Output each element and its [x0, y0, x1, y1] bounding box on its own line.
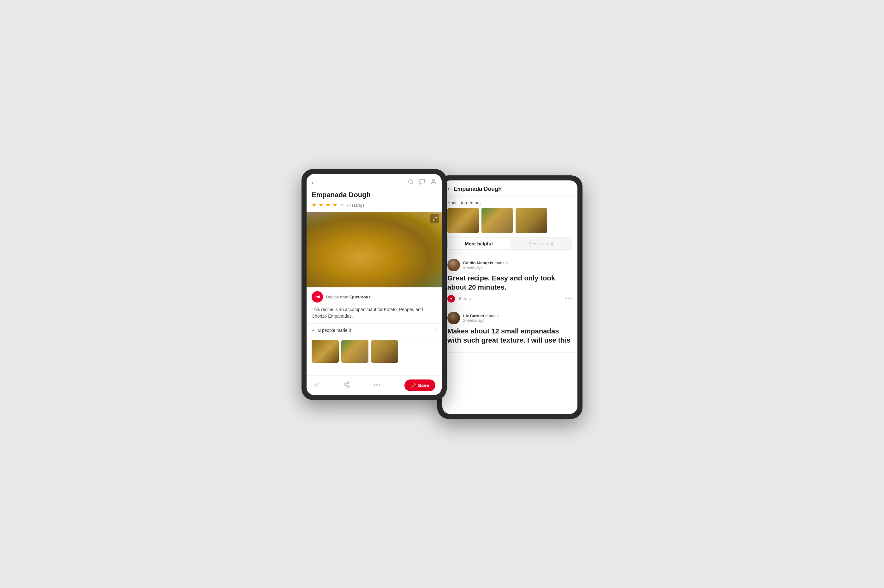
- back-button[interactable]: ‹: [311, 179, 314, 186]
- right-back-button[interactable]: ‹: [447, 185, 450, 193]
- avatar-2: [447, 312, 460, 324]
- chevron-right-icon: ›: [435, 327, 437, 333]
- check-action-icon[interactable]: [313, 381, 320, 390]
- review-time-2: 2 weeks ago: [463, 318, 499, 323]
- left-screen: ‹: [307, 174, 442, 395]
- heart-icon-1[interactable]: ♥: [447, 295, 455, 303]
- phones-container: ‹: [302, 169, 582, 419]
- thumbnail-2[interactable]: [341, 340, 368, 363]
- reviewer-name-2: Liz Caruso made it: [463, 314, 499, 318]
- reviewer-info-1: Caitlin Mangels made it 1 week ago: [463, 261, 508, 270]
- rating-count: 74 ratings: [346, 203, 364, 208]
- made-it-left: ✓ 8 people made it: [311, 327, 351, 333]
- right-nav: ‹ Empanada Dough: [442, 180, 577, 196]
- made-it-number: 8: [318, 328, 321, 333]
- right-thumbnail-1[interactable]: [447, 208, 479, 233]
- star-3: ★: [326, 202, 331, 208]
- source-row: epi Recipe from Epicurious: [307, 287, 442, 304]
- tab-most-recent[interactable]: Most recent: [510, 238, 572, 249]
- stars-row: ★ ★ ★ ★ ★ 74 ratings: [307, 202, 442, 212]
- right-thumbnail-3[interactable]: [516, 208, 547, 233]
- source-prefix: Recipe from: [326, 295, 348, 299]
- right-title: Empanada Dough: [453, 186, 502, 192]
- review-actions-1: ♥ 16 likes •••: [447, 295, 573, 303]
- review-text-2: Makes about 12 small empanadas with such…: [447, 327, 573, 345]
- chat-icon[interactable]: [419, 178, 425, 186]
- right-thumbnail-2[interactable]: [481, 208, 513, 233]
- reviewer-info-2: Liz Caruso made it 2 weeks ago: [463, 314, 499, 323]
- star-5: ★: [340, 202, 344, 208]
- action-bar: ••• 📌 Save: [307, 375, 442, 395]
- save-label: Save: [418, 382, 429, 388]
- likes-count-1: 16 likes: [457, 297, 471, 301]
- search-icon[interactable]: [407, 178, 414, 186]
- tab-most-helpful[interactable]: Most helpful: [448, 238, 510, 249]
- svg-line-7: [346, 383, 347, 384]
- left-nav-bar: ‹: [307, 174, 442, 190]
- made-it-suffix: made it: [337, 328, 351, 333]
- more-action-icon[interactable]: •••: [373, 382, 381, 388]
- epi-logo: epi: [311, 291, 323, 303]
- profile-icon[interactable]: [430, 178, 437, 186]
- star-2: ★: [319, 202, 323, 208]
- phone-left: ‹: [302, 169, 447, 400]
- tabs-row: Most helpful Most recent: [447, 237, 573, 250]
- svg-point-2: [433, 180, 435, 182]
- thumbnails-row: [307, 337, 442, 366]
- reviewer-row-2: Liz Caruso made it 2 weeks ago: [447, 312, 573, 324]
- source-text: Recipe from Epicurious: [326, 295, 371, 299]
- recipe-image[interactable]: [307, 212, 442, 287]
- likes-row-1: ♥ 16 likes: [447, 295, 471, 303]
- svg-line-6: [346, 385, 347, 386]
- nav-icons-right: [407, 178, 437, 186]
- made-it-row[interactable]: ✓ 8 people made it ›: [307, 323, 442, 337]
- reviewer-action-2: made it: [485, 314, 499, 318]
- right-screen: ‹ Empanada Dough How it turned out Most …: [442, 180, 577, 414]
- recipe-image-inner: [307, 212, 442, 287]
- reviewer-name-1: Caitlin Mangels made it: [463, 261, 508, 265]
- svg-point-4: [344, 384, 346, 386]
- reviewer-author-1: Caitlin Mangels: [463, 261, 493, 265]
- recipe-description: This recipe is an accompanimant for Pota…: [307, 304, 442, 323]
- reviewer-row-1: Caitlin Mangels made it 1 week ago: [447, 259, 573, 271]
- svg-point-5: [347, 386, 349, 388]
- svg-point-3: [347, 382, 349, 384]
- star-4: ★: [332, 202, 337, 208]
- avatar-1: [447, 259, 460, 271]
- review-card-1: Caitlin Mangels made it 1 week ago Great…: [442, 254, 577, 307]
- review-time-1: 1 week ago: [463, 265, 508, 270]
- checkmark-icon: ✓: [311, 327, 316, 333]
- more-icon-1[interactable]: •••: [565, 296, 573, 302]
- star-1: ★: [311, 202, 317, 208]
- thumbnail-1[interactable]: [311, 340, 339, 363]
- recipe-title: Empanada Dough: [307, 190, 442, 202]
- review-text-1: Great recipe. Easy and only took about 2…: [447, 274, 573, 292]
- section-label: How it turned out: [442, 196, 577, 208]
- save-button[interactable]: 📌 Save: [404, 380, 435, 391]
- phone-right: ‹ Empanada Dough How it turned out Most …: [437, 176, 582, 419]
- svg-line-1: [412, 183, 413, 184]
- review-card-2: Liz Caruso made it 2 weeks ago Makes abo…: [442, 307, 577, 352]
- svg-point-0: [409, 180, 412, 183]
- pin-icon: 📌: [411, 383, 416, 388]
- right-thumbnails: [442, 208, 577, 237]
- share-action-icon[interactable]: [343, 381, 350, 390]
- thumbnail-3[interactable]: [371, 340, 398, 363]
- source-name: Epicurious: [349, 295, 371, 299]
- expand-icon[interactable]: [430, 214, 439, 223]
- reviewer-action-1: made it: [495, 261, 508, 265]
- reviewer-author-2: Liz Caruso: [463, 314, 484, 318]
- made-it-count: 8 people made it: [318, 328, 351, 333]
- made-it-label: people: [322, 328, 335, 333]
